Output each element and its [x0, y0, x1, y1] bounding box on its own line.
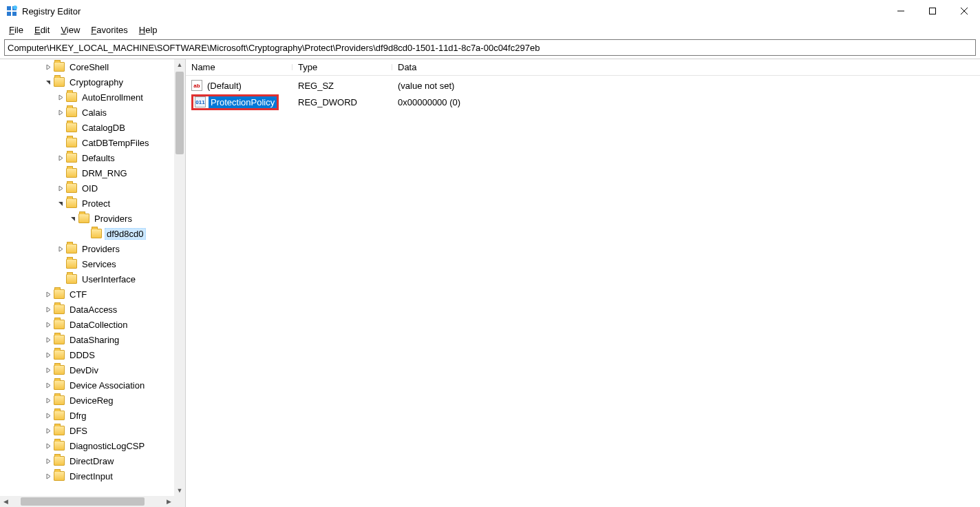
- chevron-right-icon[interactable]: [43, 410, 54, 421]
- chevron-right-icon[interactable]: [43, 334, 54, 345]
- menu-help[interactable]: Help: [134, 23, 162, 37]
- tree-item[interactable]: DirectInput: [0, 468, 174, 484]
- tree-item[interactable]: CoreShell: [0, 59, 174, 74]
- tree-item[interactable]: DirectDraw: [0, 453, 174, 468]
- tree-item[interactable]: AutoEnrollment: [0, 90, 174, 105]
- svg-rect-6: [930, 8, 936, 14]
- tree-item[interactable]: DataCollection: [0, 317, 174, 332]
- value-name: ProtectionPolicy: [209, 96, 277, 108]
- chevron-right-icon[interactable]: [55, 183, 66, 194]
- tree-item[interactable]: UserInterface: [0, 271, 174, 287]
- maximize-button[interactable]: [917, 0, 948, 22]
- chevron-right-icon[interactable]: [55, 92, 66, 103]
- tree-item-label: CoreShell: [67, 61, 111, 73]
- tree-item[interactable]: Protect: [0, 196, 174, 211]
- value-row[interactable]: 011ProtectionPolicyREG_DWORD0x00000000 (…: [186, 94, 980, 110]
- tree-item-label: UserInterface: [80, 273, 138, 285]
- tree-item[interactable]: CTF: [0, 287, 174, 302]
- tree-item-label: DevDiv: [67, 364, 100, 376]
- chevron-right-icon[interactable]: [43, 304, 54, 315]
- folder-icon: [66, 123, 77, 132]
- tree-item[interactable]: DRM_RNG: [0, 165, 174, 180]
- chevron-right-icon[interactable]: [55, 107, 66, 118]
- folder-icon: [54, 335, 65, 344]
- chevron-down-icon[interactable]: [43, 76, 54, 87]
- tree-item[interactable]: Providers: [0, 211, 174, 226]
- tree-item[interactable]: Calais: [0, 105, 174, 120]
- tree-item[interactable]: DataSharing: [0, 332, 174, 347]
- address-bar[interactable]: Computer\HKEY_LOCAL_MACHINE\SOFTWARE\Mic…: [4, 39, 976, 56]
- chevron-right-icon[interactable]: [43, 319, 54, 330]
- folder-icon: [54, 365, 65, 375]
- tree-item[interactable]: Cryptography: [0, 74, 174, 90]
- folder-icon: [66, 92, 77, 102]
- tree-item-label: CatDBTempFiles: [80, 137, 151, 149]
- tree-item-label: DirectInput: [67, 470, 115, 482]
- scroll-up-icon[interactable]: ▲: [174, 59, 185, 70]
- chevron-right-icon[interactable]: [43, 364, 54, 375]
- tree-item[interactable]: DataAccess: [0, 302, 174, 317]
- menu-edit[interactable]: Edit: [30, 23, 54, 37]
- tree-horizontal-scrollbar[interactable]: ◀ ▶: [0, 496, 174, 507]
- chevron-right-icon[interactable]: [43, 61, 54, 72]
- folder-icon: [54, 62, 65, 72]
- value-name-cell: 011ProtectionPolicy: [186, 94, 292, 110]
- tree-item[interactable]: df9d8cd0: [0, 226, 174, 241]
- tree-item-label: Dfrg: [67, 410, 89, 422]
- close-button[interactable]: [948, 0, 980, 22]
- column-data[interactable]: Data: [392, 62, 640, 72]
- minimize-button[interactable]: [885, 0, 917, 22]
- folder-icon: [66, 138, 77, 147]
- tree-item[interactable]: Services: [0, 256, 174, 271]
- chevron-down-icon[interactable]: [67, 213, 78, 224]
- scroll-thumb[interactable]: [21, 497, 145, 506]
- scroll-right-icon[interactable]: ▶: [163, 496, 174, 507]
- chevron-right-icon[interactable]: [43, 440, 54, 451]
- scroll-left-icon[interactable]: ◀: [0, 496, 11, 507]
- chevron-right-icon[interactable]: [55, 152, 66, 163]
- menu-file[interactable]: File: [4, 23, 28, 37]
- chevron-right-icon[interactable]: [43, 470, 54, 482]
- tree-vertical-scrollbar[interactable]: ▲ ▼: [174, 59, 185, 496]
- chevron-right-icon[interactable]: [55, 243, 66, 254]
- chevron-right-icon[interactable]: [43, 380, 54, 391]
- tree-item[interactable]: CatDBTempFiles: [0, 135, 174, 150]
- chevron-down-icon[interactable]: [55, 198, 66, 209]
- column-name[interactable]: Name: [186, 62, 292, 72]
- tree-item[interactable]: CatalogDB: [0, 120, 174, 135]
- chevron-right-icon[interactable]: [43, 395, 54, 406]
- tree-item[interactable]: DFS: [0, 423, 174, 438]
- registry-tree[interactable]: CoreShellCryptographyAutoEnrollmentCalai…: [0, 59, 174, 496]
- tree-item[interactable]: DeviceReg: [0, 393, 174, 408]
- value-row[interactable]: ab(Default)REG_SZ(value not set): [186, 77, 980, 94]
- tree-item-label: DataSharing: [67, 334, 121, 346]
- tree-item[interactable]: Defaults: [0, 150, 174, 165]
- value-rows[interactable]: ab(Default)REG_SZ(value not set)011Prote…: [186, 76, 980, 110]
- tree-item[interactable]: OID: [0, 180, 174, 196]
- tree-item[interactable]: DiagnosticLogCSP: [0, 438, 174, 453]
- dword-value-icon: 011: [195, 96, 206, 107]
- title-bar: Registry Editor: [0, 0, 980, 22]
- tree-item[interactable]: Dfrg: [0, 408, 174, 423]
- chevron-right-icon[interactable]: [43, 289, 54, 300]
- menu-view[interactable]: View: [56, 23, 85, 37]
- tree-item-label: DFS: [67, 425, 89, 437]
- tree-item-label: DRM_RNG: [80, 167, 129, 179]
- chevron-right-icon[interactable]: [43, 425, 54, 436]
- tree-item-label: DeviceReg: [67, 395, 116, 406]
- chevron-right-icon[interactable]: [43, 349, 54, 360]
- scroll-thumb[interactable]: [175, 72, 184, 154]
- tree-item[interactable]: Device Association: [0, 377, 174, 393]
- value-name-cell: ab(Default): [186, 80, 292, 92]
- tree-item[interactable]: DevDiv: [0, 362, 174, 377]
- tree-item[interactable]: Providers: [0, 241, 174, 256]
- chevron-none: [55, 137, 66, 148]
- menu-favorites[interactable]: Favorites: [86, 23, 132, 37]
- scroll-down-icon[interactable]: ▼: [174, 485, 185, 496]
- folder-icon: [54, 304, 65, 314]
- column-type[interactable]: Type: [292, 62, 392, 72]
- chevron-right-icon[interactable]: [43, 455, 54, 466]
- main-split: CoreShellCryptographyAutoEnrollmentCalai…: [0, 59, 980, 507]
- window-title: Registry Editor: [22, 6, 81, 17]
- tree-item[interactable]: DDDS: [0, 347, 174, 362]
